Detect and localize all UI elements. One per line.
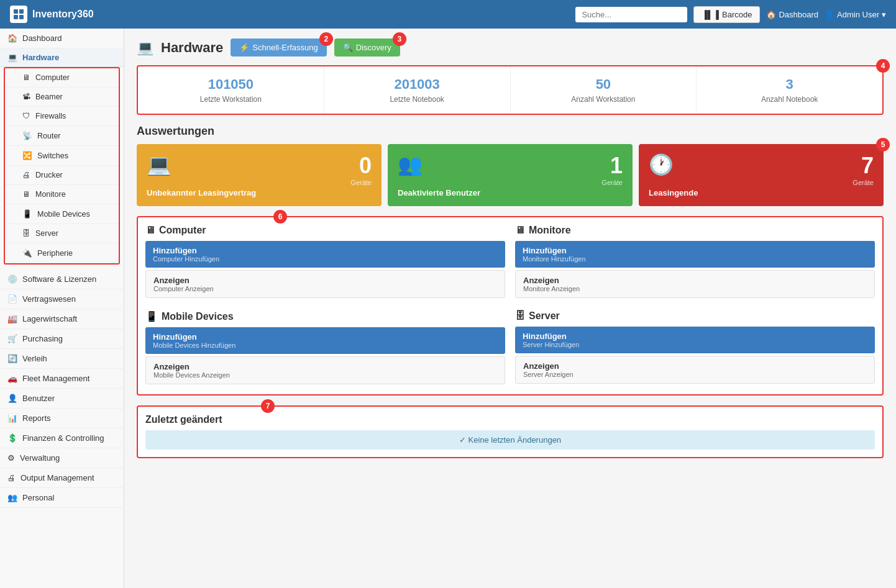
categories-section: 🖥 Computer Hinzufügen Computer Hinzufüge… (137, 216, 884, 396)
sidebar-item-firewalls[interactable]: 🛡 Firewalls (5, 107, 119, 126)
auswert-count-1: 1 (601, 153, 623, 179)
sidebar: 🏠 Dashboard 💻 Hardware 🖥 Computer 📽 Beam… (0, 29, 124, 588)
annotation-4: 4 (876, 59, 890, 73)
mobile-add-button[interactable]: Hinzufügen Mobile Devices Hinzufügen (145, 327, 505, 354)
sidebar-item-beamer[interactable]: 📽 Beamer (5, 88, 119, 107)
stat-notebook-count: 3 Anzahl Notebook (697, 66, 882, 114)
stat-workstation-id: 101050 Letzte Workstation (138, 66, 324, 114)
stat-label-0: Letzte Workstation (148, 95, 314, 104)
sidebar-item-computer[interactable]: 🖥 Computer (5, 68, 119, 88)
annotation-3: 3 (393, 32, 406, 46)
sidebar-item-vertragswesen[interactable]: 📄 Vertragswesen (0, 289, 124, 309)
beamer-icon: 📽 (22, 93, 30, 101)
sidebar-item-software[interactable]: 💿 Software & Lizenzen (0, 269, 124, 289)
sidebar-item-monitore[interactable]: 🖥 Monitore (5, 185, 119, 204)
app-logo[interactable]: Inventory360 (10, 6, 94, 23)
stat-workstation-count: 50 Anzahl Workstation (511, 66, 697, 114)
category-computer-title: 🖥 Computer (145, 225, 505, 236)
sidebar-item-personal[interactable]: 👥 Personal (0, 488, 124, 508)
schnell-erfassung-wrap: ⚡ Schnell-Erfassung 2 (231, 38, 327, 57)
stats-container: 101050 Letzte Workstation 201003 Letzte … (137, 65, 884, 115)
sidebar-item-lagerwirtschaft[interactable]: 🏭 Lagerwirtschaft (0, 309, 124, 329)
svg-rect-0 (14, 9, 18, 14)
sidebar-item-purchasing[interactable]: 🛒 Purchasing (0, 329, 124, 349)
auswert-label-1: Deaktivierte Benutzer (398, 188, 623, 197)
sidebar-item-benutzer[interactable]: 👤 Benutzer (0, 389, 124, 409)
monitore-view-button[interactable]: Anzeigen Monitore Anzeigen (515, 270, 875, 298)
sidebar-item-router[interactable]: 📡 Router (5, 126, 119, 146)
switches-icon: 🔀 (22, 151, 32, 160)
page-header: 💻 Hardware ⚡ Schnell-Erfassung 2 🔍 Disco… (137, 38, 884, 57)
annotation-7: 7 (261, 399, 275, 413)
sidebar-item-drucker[interactable]: 🖨 Drucker (5, 166, 119, 185)
server-cat-icon: 🗄 (515, 310, 525, 322)
schnell-erfassung-button[interactable]: ⚡ Schnell-Erfassung (231, 38, 327, 57)
search-icon: 🔍 (343, 43, 353, 52)
barcode-button[interactable]: ▐▌▐ Barcode (693, 6, 760, 23)
auswert-leasing[interactable]: 💻 0 Geräte Unbekannter Leasingvertrag (137, 144, 382, 206)
auswert-sub-2: Geräte (853, 179, 874, 186)
categories-container: 🖥 Computer Hinzufügen Computer Hinzufüge… (137, 216, 884, 396)
stat-label-1: Letzte Notebook (334, 95, 500, 104)
users-icon: 👥 (398, 153, 423, 176)
server-view-button[interactable]: Anzeigen Server Anzeigen (515, 356, 875, 384)
search-input[interactable] (575, 7, 687, 22)
stat-label-3: Anzahl Notebook (706, 95, 872, 104)
reports-icon: 📊 (7, 414, 17, 423)
mobile-view-button[interactable]: Anzeigen Mobile Devices Anzeigen (145, 356, 505, 384)
computer-view-button[interactable]: Anzeigen Computer Anzeigen (145, 270, 505, 298)
server-icon: 🗄 (22, 229, 30, 238)
contract-icon: 📄 (7, 294, 17, 304)
benutzer-icon: 👤 (7, 394, 17, 403)
auswert-top-0: 💻 0 Geräte (147, 153, 372, 186)
zuletzt-title: Zuletzt geändert (145, 414, 875, 425)
auswert-benutzer[interactable]: 👥 1 Geräte Deaktivierte Benutzer (388, 144, 633, 206)
peripherie-icon: 🔌 (22, 248, 32, 258)
sidebar-item-output[interactable]: 🖨 Output Management (0, 468, 124, 488)
stat-number-2: 50 (521, 76, 687, 93)
admin-menu[interactable]: 👤 Admin User ▾ (825, 10, 886, 19)
auswert-sub-1: Geräte (601, 179, 623, 186)
sidebar-item-peripherie[interactable]: 🔌 Peripherie (5, 243, 119, 263)
sidebar-item-mobile-devices[interactable]: 📱 Mobile Devices (5, 204, 119, 224)
sidebar-hardware-header[interactable]: 💻 Hardware (0, 48, 124, 67)
annotation-2: 2 (319, 32, 333, 46)
sidebar-item-verwaltung[interactable]: ⚙ Verwaltung (0, 448, 124, 468)
dashboard-link[interactable]: 🏠 Dashboard (766, 10, 818, 19)
barcode-icon: ▐▌▐ (702, 10, 719, 19)
sidebar-item-verleih[interactable]: 🔄 Verleih (0, 349, 124, 369)
server-add-button[interactable]: Hinzufügen Server Hinzufügen (515, 327, 875, 353)
monitore-add-button[interactable]: Hinzufügen Monitore Hinzufügen (515, 241, 875, 268)
computer-add-button[interactable]: Hinzufügen Computer Hinzufügen (145, 241, 505, 268)
zuletzt-section: Zuletzt geändert ✓ Keine letzten Änderun… (137, 405, 884, 458)
home-icon: 🏠 (7, 34, 17, 43)
sidebar-item-server[interactable]: 🗄 Server (5, 224, 119, 243)
hardware-page-icon: 💻 (137, 40, 153, 56)
sidebar-item-finanzen[interactable]: 💲 Finanzen & Controlling (0, 428, 124, 448)
stat-number-0: 101050 (148, 76, 314, 93)
auswert-count-2: 7 (853, 153, 874, 179)
auswertungen-title: Auswertungen (137, 125, 884, 138)
auswert-count-wrap-0: 0 Geräte (350, 153, 372, 186)
annotation-5: 5 (876, 138, 890, 152)
auswert-label-2: Leasingende (649, 188, 874, 197)
sidebar-item-fleet[interactable]: 🚗 Fleet Management (0, 369, 124, 389)
category-mobile-title: 📱 Mobile Devices (145, 310, 505, 322)
page-title: Hardware (161, 40, 223, 56)
zuletzt-empty-message: ✓ Keine letzten Änderungen (145, 430, 875, 450)
category-server-title: 🗄 Server (515, 310, 875, 322)
verleih-icon: 🔄 (7, 354, 17, 363)
output-icon: 🖨 (7, 473, 16, 482)
auswert-count-wrap-2: 7 Geräte (853, 153, 874, 186)
sidebar-item-reports[interactable]: 📊 Reports (0, 409, 124, 428)
category-mobile: 📱 Mobile Devices Hinzufügen Mobile Devic… (145, 310, 505, 387)
sidebar-item-switches[interactable]: 🔀 Switches (5, 146, 119, 166)
auswert-sub-0: Geräte (350, 179, 372, 186)
auswert-leasingende[interactable]: 🕐 7 Geräte Leasingende (639, 144, 884, 206)
discovery-button[interactable]: 🔍 Discovery (334, 38, 400, 57)
sidebar-item-dashboard[interactable]: 🏠 Dashboard (0, 29, 124, 48)
category-monitore-title: 🖥 Monitore (515, 225, 875, 236)
warehouse-icon: 🏭 (7, 314, 17, 323)
auswert-top-1: 👥 1 Geräte (398, 153, 623, 186)
category-server: 🗄 Server Hinzufügen Server Hinzufügen An… (515, 310, 875, 387)
